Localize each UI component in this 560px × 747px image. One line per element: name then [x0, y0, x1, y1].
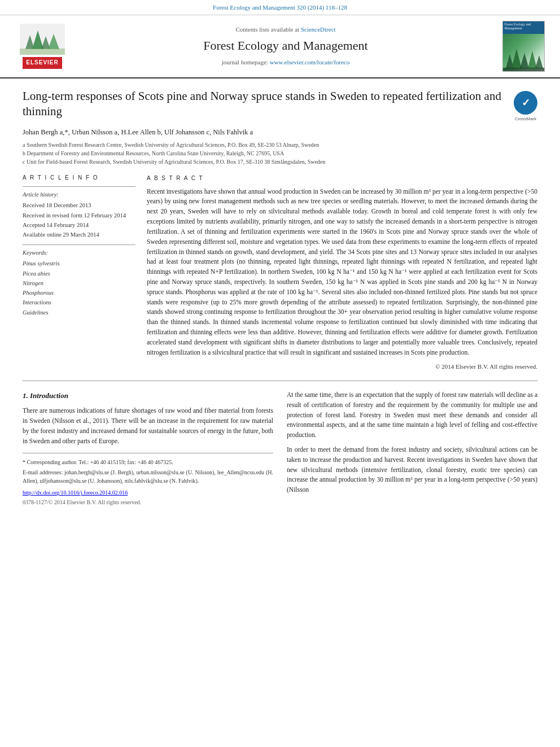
article-history: Article history: Received 18 December 20…	[23, 186, 135, 239]
journal-homepage-url[interactable]: www.elsevier.com/locate/foreco	[270, 59, 350, 65]
svg-rect-5	[20, 49, 65, 55]
journal-cover-area: Forest Ecology and Management	[498, 21, 549, 72]
affiliations-section: a Southern Swedish Forest Research Centr…	[23, 141, 537, 166]
journal-title-area: Contents lists available at ScienceDirec…	[73, 25, 498, 67]
copyright-line: © 2014 Elsevier B.V. All rights reserved…	[147, 362, 537, 372]
intro-para-2: At the same time, there is an expectatio…	[287, 390, 537, 440]
abstract-text: Recent investigations have shown that an…	[147, 187, 537, 358]
affiliation-a: a Southern Swedish Forest Research Centr…	[23, 141, 537, 149]
intro-para-3: In order to meet the demand from the for…	[287, 445, 537, 495]
section-divider	[23, 381, 537, 381]
paper-body: Long-term responses of Scots pine and No…	[0, 78, 560, 518]
keyword-3: Nitrogen	[23, 279, 135, 287]
sciencedirect-link-line: Contents lists available at ScienceDirec…	[85, 25, 487, 34]
article-info-header: A R T I C L E I N F O	[23, 174, 135, 182]
paper-title: Long-term responses of Scots pine and No…	[23, 89, 507, 120]
intro-right-col: At the same time, there is an expectatio…	[287, 390, 537, 506]
svg-marker-9	[528, 51, 537, 68]
history-received: Received 18 December 2013	[23, 201, 135, 209]
intro-title: 1. Introduction	[23, 390, 273, 401]
journal-cover-image: Forest Ecology and Management	[502, 21, 545, 72]
journal-header: ELSEVIER Contents lists available at Sci…	[0, 15, 560, 78]
history-label: Article history:	[23, 190, 135, 199]
affiliation-b: b Department of Forestry and Environment…	[23, 149, 537, 158]
article-meta-section: A R T I C L E I N F O Article history: R…	[23, 174, 537, 372]
footnote-area: * Corresponding author. Tel.: +46 40 415…	[23, 453, 273, 506]
keyword-6: Guidelines	[23, 308, 135, 317]
authors-line: Johan Bergh a,*, Urban Nilsson a, H.Lee …	[23, 127, 537, 137]
footnote-corresponding: * Corresponding author. Tel.: +46 40 415…	[23, 458, 273, 466]
crossmark-icon: ✓	[514, 91, 537, 115]
cover-title-text: Forest Ecology and Management	[505, 23, 542, 30]
keyword-1: Pinus sylvestris	[23, 259, 135, 268]
history-revised: Received in revised form 12 February 201…	[23, 211, 135, 220]
journal-tree-illustration	[20, 24, 65, 55]
keywords-section: Keywords: Pinus sylvestris Picea abies N…	[23, 244, 135, 317]
crossmark-badge[interactable]: ✓ CrossMark	[514, 91, 537, 123]
crossmark-label: CrossMark	[514, 116, 537, 123]
intro-para-1: There are numerous indications of future…	[23, 406, 273, 446]
paper-title-section: Long-term responses of Scots pine and No…	[23, 89, 537, 123]
elsevier-logo: ELSEVIER	[23, 57, 62, 69]
journal-citation: Forest Ecology and Management 320 (2014)…	[213, 4, 347, 11]
svg-marker-7	[511, 49, 522, 68]
footnote-emails: E-mail addresses: johan.bergh@slu.se (J.…	[23, 468, 273, 485]
keyword-5: Interactions	[23, 298, 135, 307]
history-online: Available online 29 March 2014	[23, 230, 135, 239]
journal-top-bar: Forest Ecology and Management 320 (2014)…	[0, 0, 560, 15]
doi-anchor[interactable]: http://dx.doi.org/10.1016/j.foreco.2014.…	[23, 490, 128, 496]
article-info-column: A R T I C L E I N F O Article history: R…	[23, 174, 135, 372]
emails-label: E-mail addresses:	[23, 469, 63, 475]
affiliation-c: c Unit for Field-based Forest Research, …	[23, 158, 537, 166]
publisher-logo-area: ELSEVIER	[11, 24, 73, 69]
svg-rect-11	[503, 68, 545, 71]
keywords-label: Keywords:	[23, 248, 135, 257]
journal-title: Forest Ecology and Management	[85, 37, 487, 55]
authors-text: Johan Bergh a,*, Urban Nilsson a, H.Lee …	[23, 128, 253, 136]
intro-section: 1. Introduction There are numerous indic…	[23, 390, 537, 506]
abstract-header: A B S T R A C T	[147, 174, 537, 182]
keyword-4: Phosphorous	[23, 289, 135, 297]
journal-homepage-line: journal homepage: www.elsevier.com/locat…	[85, 58, 487, 67]
svg-marker-10	[535, 55, 543, 68]
issn-text: 0378-1127/© 2014 Elsevier B.V. All right…	[23, 498, 273, 506]
svg-marker-8	[520, 53, 529, 68]
keyword-2: Picea abies	[23, 269, 135, 278]
sciencedirect-link[interactable]: ScienceDirect	[301, 26, 336, 33]
abstract-column: A B S T R A C T Recent investigations ha…	[147, 174, 537, 372]
intro-left-col: 1. Introduction There are numerous indic…	[23, 390, 273, 506]
doi-link[interactable]: http://dx.doi.org/10.1016/j.foreco.2014.…	[23, 488, 273, 497]
history-accepted: Accepted 14 February 2014	[23, 221, 135, 229]
